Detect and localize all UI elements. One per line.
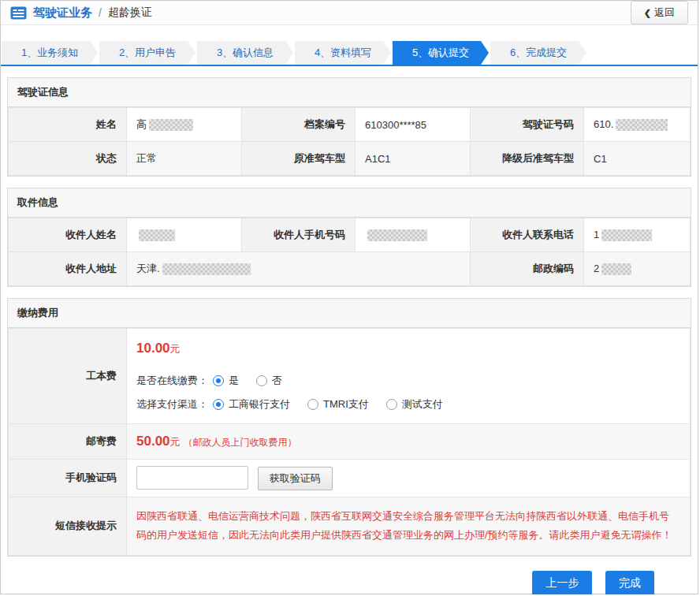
page: 驾驶证业务 / 超龄换证 ❮ 返回 1、业务须知 2、用户申告 3、确认信息 4… [0, 0, 698, 594]
currency-unit: 元 [170, 343, 181, 355]
orig-class-label: 原准驾车型 [242, 142, 356, 176]
mail-fee-label: 邮寄费 [9, 424, 127, 460]
downgraded-class-value: C1 [584, 142, 691, 176]
mail-fee-amount: 50.00 [136, 434, 170, 449]
page-header: 驾驶证业务 / 超龄换证 ❮ 返回 [1, 1, 698, 25]
table-row: 收件人姓名 收件人手机号码 收件人联系电话 1 [9, 218, 691, 252]
fees-title: 缴纳费用 [8, 299, 691, 328]
license-no-label: 驾驶证号码 [471, 108, 584, 142]
table-row: 短信接收提示 因陕西省联通、电信运营商技术问题，陕西省互联网交通安全综合服务管理… [9, 497, 691, 555]
production-fee-cell: 10.00元 是否在线缴费： 是 否 选择支付渠道： 工商银行支付 [127, 329, 691, 424]
address-value: 天津. [127, 252, 471, 286]
license-no-value: 610. [584, 108, 691, 142]
footer-actions: 上一步 完成 [1, 557, 698, 594]
page-title: 驾驶证业务 [33, 6, 92, 20]
back-button[interactable]: ❮ 返回 [631, 1, 688, 24]
redacted-value [149, 119, 193, 131]
get-captcha-button[interactable]: 获取验证码 [258, 467, 333, 490]
captcha-label: 手机验证码 [9, 460, 127, 497]
online-pay-row: 是否在线缴费： 是 否 [136, 374, 680, 388]
sms-tip-label: 短信接收提示 [9, 497, 127, 555]
postcode-value: 2 [584, 252, 691, 286]
status-value: 正常 [127, 142, 242, 176]
channel-tmri-label[interactable]: TMRI支付 [323, 397, 369, 412]
online-pay-label: 是否在线缴费： [136, 374, 208, 388]
pickup-info-section: 取件信息 收件人姓名 收件人手机号码 收件人联系电话 1 收件人地址 天津. 邮… [7, 188, 691, 287]
recipient-phone-label: 收件人手机号码 [242, 218, 356, 252]
captcha-cell: 获取验证码 [127, 460, 691, 497]
channel-icbc-radio[interactable] [213, 399, 224, 410]
redacted-value [601, 229, 652, 241]
file-no-value: 610300****85 [356, 108, 471, 142]
pickup-info-table: 收件人姓名 收件人手机号码 收件人联系电话 1 收件人地址 天津. 邮政编码 2 [8, 218, 691, 286]
recipient-tel-label: 收件人联系电话 [471, 218, 584, 252]
channel-icbc-label[interactable]: 工商银行支付 [229, 397, 290, 412]
mail-fee-cell: 50.00元（邮政人员上门收取费用） [127, 424, 691, 460]
mail-fee-note: （邮政人员上门收取费用） [184, 437, 297, 448]
captcha-input[interactable] [136, 466, 248, 490]
channel-test-radio[interactable] [386, 399, 397, 410]
step-tab-3[interactable]: 3、确认信息 [197, 41, 293, 65]
recipient-name-label: 收件人姓名 [9, 218, 127, 252]
production-fee-amount-line: 10.00元 [136, 341, 680, 356]
prev-step-button[interactable]: 上一步 [532, 571, 592, 594]
redacted-value [139, 229, 175, 241]
license-info-title: 驾驶证信息 [8, 78, 691, 107]
license-service-icon [10, 6, 27, 20]
breadcrumb-current: 超龄换证 [108, 6, 152, 20]
table-row: 工本费 10.00元 是否在线缴费： 是 否 选择支付渠道： [9, 329, 691, 424]
breadcrumb-separator: / [99, 6, 102, 19]
pay-channel-row: 选择支付渠道： 工商银行支付 TMRI支付 测试支付 [136, 397, 680, 412]
step-nav: 1、业务须知 2、用户申告 3、确认信息 4、资料填写 5、确认提交 6、完成提… [1, 41, 698, 66]
online-pay-no-label[interactable]: 否 [272, 374, 282, 388]
file-no-label: 档案编号 [242, 108, 356, 142]
finish-button[interactable]: 完成 [605, 571, 654, 594]
redacted-value [616, 119, 668, 131]
step-tab-5-active[interactable]: 5、确认提交 [393, 41, 489, 65]
postcode-label: 邮政编码 [471, 252, 584, 286]
sms-tip-cell: 因陕西省联通、电信运营商技术问题，陕西省互联网交通安全综合服务管理平台无法向持陕… [127, 497, 691, 555]
channel-tmri-radio[interactable] [307, 399, 318, 410]
name-value: 高 [127, 108, 242, 142]
redacted-value [367, 229, 427, 241]
fees-section: 缴纳费用 工本费 10.00元 是否在线缴费： 是 否 [7, 298, 691, 557]
online-pay-yes-radio[interactable] [213, 375, 224, 386]
status-label: 状态 [9, 142, 127, 176]
sms-tip-text: 因陕西省联通、电信运营商技术问题，陕西省互联网交通安全综合服务管理平台无法向持陕… [136, 507, 680, 546]
production-fee-amount: 10.00 [136, 341, 170, 356]
step-tab-1[interactable]: 1、业务须知 [2, 41, 98, 65]
license-info-table: 姓名 高 档案编号 610300****85 驾驶证号码 610. 状态 正常 … [8, 107, 691, 176]
currency-unit: 元 [170, 436, 181, 448]
redacted-value [162, 263, 251, 275]
pickup-info-title: 取件信息 [8, 188, 691, 218]
recipient-name-value [127, 218, 242, 252]
production-fee-label: 工本费 [9, 329, 127, 424]
license-info-section: 驾驶证信息 姓名 高 档案编号 610300****85 驾驶证号码 610. … [7, 77, 691, 177]
table-row: 状态 正常 原准驾车型 A1C1 降级后准驾车型 C1 [9, 142, 691, 176]
online-pay-no-radio[interactable] [256, 375, 267, 386]
online-pay-yes-label[interactable]: 是 [229, 374, 239, 388]
pay-channel-label: 选择支付渠道： [136, 397, 208, 412]
redacted-value [601, 263, 631, 275]
step-tab-2[interactable]: 2、用户申告 [99, 41, 195, 65]
address-label: 收件人地址 [9, 252, 127, 286]
fees-table: 工本费 10.00元 是否在线缴费： 是 否 选择支付渠道： [8, 328, 691, 556]
name-label: 姓名 [9, 108, 127, 142]
recipient-tel-value: 1 [584, 218, 691, 252]
orig-class-value: A1C1 [356, 142, 471, 176]
downgraded-class-label: 降级后准驾车型 [471, 142, 584, 176]
table-row: 收件人地址 天津. 邮政编码 2 [9, 252, 691, 286]
step-tab-4[interactable]: 4、资料填写 [295, 41, 391, 65]
chevron-left-icon: ❮ [644, 8, 651, 18]
recipient-phone-value [356, 218, 471, 252]
table-row: 邮寄费 50.00元（邮政人员上门收取费用） [9, 424, 691, 460]
table-row: 姓名 高 档案编号 610300****85 驾驶证号码 610. [9, 108, 691, 142]
back-button-label: 返回 [654, 6, 675, 20]
channel-test-label[interactable]: 测试支付 [402, 397, 443, 412]
table-row: 手机验证码 获取验证码 [9, 460, 691, 497]
step-tab-6[interactable]: 6、完成提交 [490, 41, 586, 65]
